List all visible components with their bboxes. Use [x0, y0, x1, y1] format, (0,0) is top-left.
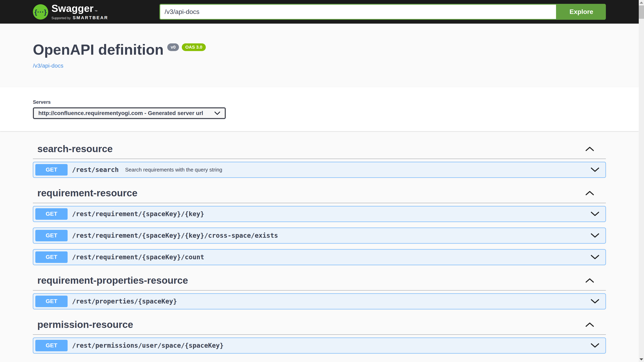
- spec-url-input[interactable]: [160, 4, 557, 20]
- swagger-ui-page: {···} Swagger ™ Supported by SMARTBEAR E…: [0, 0, 639, 354]
- tag-section-requirement-properties-resource: requirement-properties-resource GET /res…: [33, 271, 606, 309]
- operation-row[interactable]: GET /rest/requirement/{spaceKey}/{key}: [33, 206, 606, 222]
- operation-row[interactable]: GET /rest/properties/{spaceKey}: [33, 294, 606, 309]
- chevron-up-icon: [585, 278, 594, 283]
- scrollbar-up-arrow-icon[interactable]: [640, 2, 643, 4]
- expand-operation-button[interactable]: [590, 233, 600, 238]
- tag-header-search-resource[interactable]: search-resource: [33, 139, 606, 159]
- chevron-down-icon: [590, 212, 600, 216]
- http-method-badge: GET: [35, 252, 68, 263]
- chevron-up-icon: [585, 322, 594, 327]
- spec-link[interactable]: /v3/api-docs: [33, 62, 63, 69]
- http-method-badge: GET: [35, 296, 68, 307]
- trademark-symbol: ™: [94, 10, 98, 13]
- server-select-value: http://confluence.requirementyogi.com - …: [38, 110, 203, 116]
- http-method-badge: GET: [35, 230, 68, 241]
- expand-operation-button[interactable]: [590, 255, 600, 260]
- http-method-badge: GET: [35, 208, 68, 220]
- scrollbar-thumb[interactable]: [639, 6, 644, 19]
- tag-header-permission-resource[interactable]: permission-resource: [33, 315, 606, 335]
- version-badge: v0: [167, 44, 179, 51]
- operations-area: search-resource GET /rest/search Search …: [0, 131, 639, 354]
- chevron-up-icon: [585, 146, 594, 151]
- expand-operation-button[interactable]: [590, 167, 600, 172]
- tag-section-permission-resource: permission-resource GET /rest/permission…: [33, 315, 606, 354]
- collapse-section-button[interactable]: [585, 146, 594, 151]
- collapse-section-button[interactable]: [585, 278, 594, 283]
- operation-row[interactable]: GET /rest/search Search requirements wit…: [33, 162, 606, 178]
- endpoint-path: /rest/permissions/user/space/{spaceKey}: [72, 342, 224, 349]
- info-section: OpenAPI definition v0 OAS 3.0 /v3/api-do…: [0, 24, 639, 87]
- expand-operation-button[interactable]: [590, 212, 600, 216]
- operation-row[interactable]: GET /rest/requirement/{spaceKey}/count: [33, 249, 606, 265]
- endpoint-description: Search requirements with the query strin…: [125, 167, 222, 173]
- chevron-down-icon: [590, 299, 600, 304]
- vertical-scrollbar[interactable]: [639, 0, 644, 362]
- swagger-logo[interactable]: {···} Swagger ™ Supported by SMARTBEAR: [33, 4, 108, 20]
- endpoint-path: /rest/properties/{spaceKey}: [72, 298, 177, 305]
- chevron-down-icon: [590, 343, 600, 348]
- tag-title: permission-resource: [37, 319, 585, 330]
- operation-row[interactable]: GET /rest/permissions/user/space/{spaceK…: [33, 338, 606, 354]
- expand-operation-button[interactable]: [590, 343, 600, 348]
- chevron-down-icon: [590, 167, 600, 172]
- tag-section-requirement-resource: requirement-resource GET /rest/requireme…: [33, 184, 606, 265]
- tag-title: search-resource: [37, 143, 585, 154]
- smartbear-label: SMARTBEAR: [73, 15, 108, 20]
- expand-operation-button[interactable]: [590, 299, 600, 304]
- http-method-badge: GET: [35, 340, 68, 351]
- endpoint-path: /rest/search: [72, 166, 119, 174]
- chevron-down-icon: [214, 112, 220, 115]
- tag-section-search-resource: search-resource GET /rest/search Search …: [33, 139, 606, 178]
- http-method-badge: GET: [35, 164, 68, 176]
- tag-title: requirement-properties-resource: [37, 275, 585, 286]
- topbar: {···} Swagger ™ Supported by SMARTBEAR E…: [0, 0, 639, 24]
- endpoint-path: /rest/requirement/{spaceKey}/{key}/cross…: [72, 232, 278, 239]
- chevron-down-icon: [590, 255, 600, 260]
- oas-badge: OAS 3.0: [182, 44, 206, 51]
- chevron-down-icon: [590, 233, 600, 238]
- collapse-section-button[interactable]: [585, 322, 594, 327]
- page-title: OpenAPI definition: [33, 41, 164, 58]
- swagger-braces-icon: {···}: [33, 4, 48, 20]
- servers-label: Servers: [33, 99, 606, 105]
- endpoint-path: /rest/requirement/{spaceKey}/{key}: [72, 210, 204, 218]
- server-select[interactable]: http://confluence.requirementyogi.com - …: [33, 107, 226, 119]
- brand-name: Swagger: [52, 4, 94, 14]
- collapse-section-button[interactable]: [585, 191, 594, 196]
- supported-by-label: Supported by: [52, 16, 70, 20]
- tag-header-requirement-resource[interactable]: requirement-resource: [33, 184, 606, 203]
- tag-header-requirement-properties-resource[interactable]: requirement-properties-resource: [33, 271, 606, 290]
- tag-title: requirement-resource: [37, 188, 585, 199]
- spec-url-form: Explore: [160, 4, 606, 20]
- scrollbar-down-arrow-icon[interactable]: [640, 358, 643, 360]
- scheme-container: Servers http://confluence.requirementyog…: [0, 87, 639, 131]
- chevron-up-icon: [585, 191, 594, 196]
- explore-button[interactable]: Explore: [557, 4, 606, 20]
- endpoint-path: /rest/requirement/{spaceKey}/count: [72, 253, 204, 261]
- operation-row[interactable]: GET /rest/requirement/{spaceKey}/{key}/c…: [33, 228, 606, 244]
